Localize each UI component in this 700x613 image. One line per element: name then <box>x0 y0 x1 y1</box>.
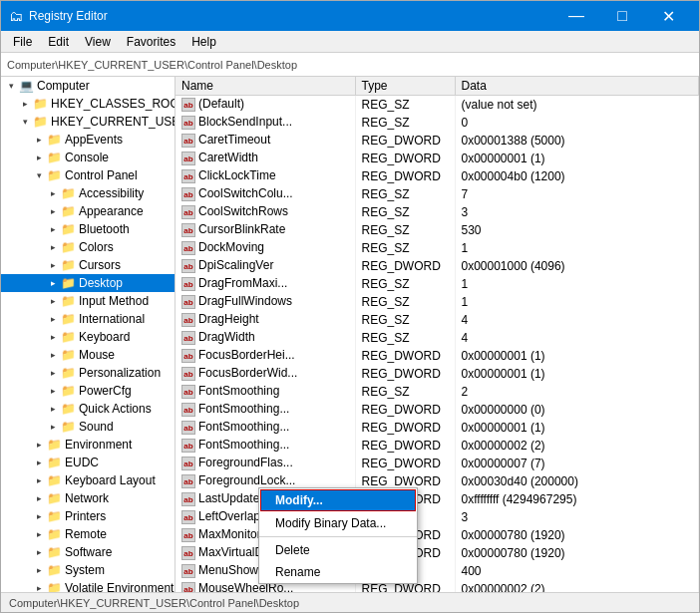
context-menu-item-modify-binary-data[interactable]: Modify Binary Data... <box>259 512 417 534</box>
table-row[interactable]: abMaxVirtualDeskт...REG_DWORD0x00000780 … <box>175 544 699 562</box>
col-name[interactable]: Name <box>175 77 355 96</box>
tree-item-appevents[interactable]: ▸📁AppEvents <box>1 131 175 149</box>
folder-icon: 📁 <box>47 133 62 147</box>
table-row[interactable]: abDragFromMaxi...REG_SZ1 <box>175 275 699 293</box>
col-data[interactable]: Data <box>455 77 699 96</box>
tree-item-network[interactable]: ▸📁Network <box>1 489 175 507</box>
context-menu-item-modify[interactable]: Modify... <box>260 489 416 511</box>
menu-item-help[interactable]: Help <box>183 33 224 51</box>
folder-icon: 📁 <box>33 97 48 111</box>
tree-item-keyboard-layout[interactable]: ▸📁Keyboard Layout <box>1 471 175 489</box>
tree-item-printers[interactable]: ▸📁Printers <box>1 507 175 525</box>
context-menu-item-rename[interactable]: Rename <box>259 561 417 583</box>
folder-icon: 📁 <box>47 491 62 505</box>
tree-arrow-icon: ▸ <box>45 422 61 432</box>
tree-item-hkey_classes_root[interactable]: ▸📁HKEY_CLASSES_ROOT <box>1 95 175 113</box>
tree-arrow-icon: ▸ <box>45 278 61 288</box>
tree-item-mouse[interactable]: ▸📁Mouse <box>1 346 175 364</box>
context-menu-item-delete[interactable]: Delete <box>259 539 417 561</box>
reg-value-icon: ab <box>181 492 195 506</box>
tree-item-software[interactable]: ▸📁Software <box>1 543 175 561</box>
tree-item-system[interactable]: ▸📁System <box>1 561 175 579</box>
reg-data: 0x00000000 (0) <box>455 401 699 419</box>
tree-item-international[interactable]: ▸📁International <box>1 310 175 328</box>
table-row[interactable]: abMaxMonitorDi...REG_DWORD0x00000780 (19… <box>175 526 699 544</box>
tree-item-label: HKEY_CURRENT_USER <box>51 115 175 129</box>
tree-item-label: Cursors <box>79 258 121 272</box>
table-row[interactable]: abDragWidthREG_SZ4 <box>175 329 699 347</box>
tree-item-bluetooth[interactable]: ▸📁Bluetooth <box>1 220 175 238</box>
menu-item-file[interactable]: File <box>5 33 40 51</box>
reg-value-icon: ab <box>181 295 195 309</box>
table-row[interactable]: abCoolSwitchColu...REG_SZ7 <box>175 185 699 203</box>
tree-item-accessibility[interactable]: ▸📁Accessibility <box>1 184 175 202</box>
tree-item-label: Colors <box>79 240 114 254</box>
folder-icon: 📁 <box>33 115 48 129</box>
table-row[interactable]: abForegroundFlas...REG_DWORD0x00000007 (… <box>175 455 699 472</box>
tree-item-quick-actions[interactable]: ▸📁Quick Actions <box>1 400 175 418</box>
folder-icon: 📁 <box>47 168 62 182</box>
table-row[interactable]: abFocusBorderHei...REG_DWORD0x00000001 (… <box>175 347 699 365</box>
table-row[interactable]: abLeftOverlapCharsREG_SZ3 <box>175 508 699 526</box>
reg-value-icon: ab <box>181 187 195 201</box>
maximize-button[interactable]: □ <box>599 1 645 31</box>
table-row[interactable]: abDragHeightREG_SZ4 <box>175 311 699 329</box>
reg-value-icon: ab <box>181 385 195 399</box>
tree-arrow-icon: ▸ <box>45 188 61 198</box>
table-row[interactable]: abCaretTimeoutREG_DWORD0x00001388 (5000) <box>175 132 699 150</box>
table-row[interactable]: abMouseWheelRo...REG_DWORD0x00000002 (2) <box>175 580 699 593</box>
reg-value-icon: ab <box>181 98 195 112</box>
reg-value-icon: ab <box>181 259 195 273</box>
reg-value-icon: ab <box>181 403 195 417</box>
menu-item-favorites[interactable]: Favorites <box>119 33 183 51</box>
tree-item-volatile-environment[interactable]: ▸📁Volatile Environment <box>1 579 175 592</box>
tree-item-appearance[interactable]: ▸📁Appearance <box>1 202 175 220</box>
reg-data: 7 <box>455 185 699 203</box>
tree-item-input-method[interactable]: ▸📁Input Method <box>1 292 175 310</box>
reg-value-icon: ab <box>181 241 195 255</box>
table-row[interactable]: abMenuShowDelayREG_SZ400 <box>175 562 699 580</box>
tree-item-remote[interactable]: ▸📁Remote <box>1 525 175 543</box>
table-row[interactable]: abDockMovingREG_SZ1 <box>175 239 699 257</box>
menu-item-edit[interactable]: Edit <box>40 33 77 51</box>
table-row[interactable]: abFontSmoothing...REG_DWORD0x00000001 (1… <box>175 419 699 437</box>
col-type[interactable]: Type <box>355 77 455 96</box>
tree-item-eudc[interactable]: ▸📁EUDC <box>1 454 175 471</box>
table-row[interactable]: abFocusBorderWid...REG_DWORD0x00000001 (… <box>175 365 699 383</box>
table-row[interactable]: abDpiScalingVerREG_DWORD0x00001000 (4096… <box>175 257 699 275</box>
reg-type: REG_SZ <box>355 185 455 203</box>
close-button[interactable]: ✕ <box>645 1 691 31</box>
table-row[interactable]: abCoolSwitchRowsREG_SZ3 <box>175 203 699 221</box>
tree-item-environment[interactable]: ▸📁Environment <box>1 436 175 454</box>
tree-item-powercfg[interactable]: ▸📁PowerCfg <box>1 382 175 400</box>
table-row[interactable]: abFontSmoothingREG_SZ2 <box>175 383 699 401</box>
tree-item-label: Software <box>65 545 112 559</box>
table-row[interactable]: abCursorBlinkRateREG_SZ530 <box>175 221 699 239</box>
folder-icon: 📁 <box>61 276 76 290</box>
tree-item-colors[interactable]: ▸📁Colors <box>1 238 175 256</box>
tree-item-control-panel[interactable]: ▾📁Control Panel <box>1 166 175 184</box>
table-row[interactable]: abFontSmoothing...REG_DWORD0x00000000 (0… <box>175 401 699 419</box>
tree-item-console[interactable]: ▸📁Console <box>1 149 175 166</box>
table-row[interactable]: abForegroundLock...REG_DWORD0x00030d40 (… <box>175 472 699 490</box>
reg-name: ForegroundLock... <box>198 473 295 487</box>
tree-item-keyboard[interactable]: ▸📁Keyboard <box>1 328 175 346</box>
folder-icon: 📁 <box>61 186 76 200</box>
tree-item-desktop[interactable]: ▸📁Desktop <box>1 274 175 292</box>
table-row[interactable]: abBlockSendInput...REG_SZ0 <box>175 114 699 132</box>
folder-icon: 📁 <box>61 366 76 380</box>
tree-item-cursors[interactable]: ▸📁Cursors <box>1 256 175 274</box>
tree-item-computer[interactable]: ▾💻Computer <box>1 77 175 95</box>
minimize-button[interactable]: — <box>553 1 599 31</box>
table-row[interactable]: abFontSmoothing...REG_DWORD0x00000002 (2… <box>175 437 699 455</box>
table-row[interactable]: abClickLockTimeREG_DWORD0x000004b0 (1200… <box>175 167 699 185</box>
tree-item-personalization[interactable]: ▸📁Personalization <box>1 364 175 382</box>
tree-item-sound[interactable]: ▸📁Sound <box>1 418 175 436</box>
tree-item-hkey_current_user[interactable]: ▾📁HKEY_CURRENT_USER <box>1 113 175 131</box>
menu-item-view[interactable]: View <box>77 33 119 51</box>
table-row[interactable]: abCaretWidthREG_DWORD0x00000001 (1) <box>175 150 699 167</box>
tree-item-label: AppEvents <box>65 133 123 147</box>
table-row[interactable]: abDragFullWindowsREG_SZ1 <box>175 293 699 311</box>
table-row[interactable]: ab(Default)REG_SZ(value not set) <box>175 96 699 114</box>
table-row[interactable]: abLastUpdatedREG_DWORD0xffffffff (429496… <box>175 490 699 508</box>
